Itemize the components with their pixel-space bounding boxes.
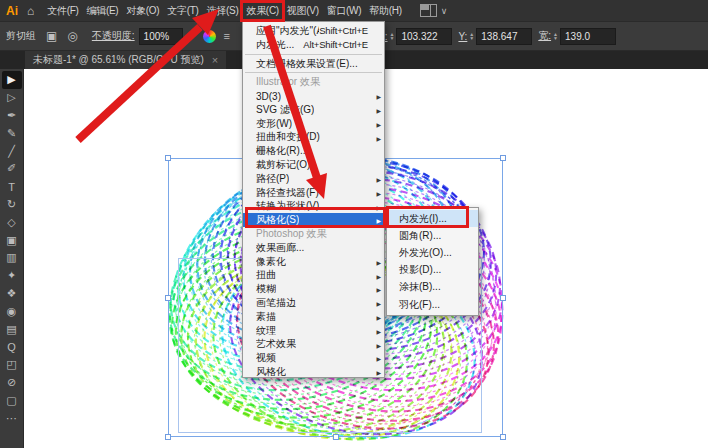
effect-menu-item-11[interactable]: 裁剪标记(O) — [243, 158, 384, 172]
fill-stroke-swatches[interactable]: ◰ — [2, 356, 22, 374]
stepper-icon[interactable]: ▲▼ — [553, 32, 558, 40]
selection-handle[interactable] — [500, 155, 506, 161]
type-tool-icon: T — [8, 181, 15, 193]
effect-menu-item-13[interactable]: 路径查找器(F)▶ — [243, 186, 384, 200]
menubar-item-8[interactable]: 帮助(H) — [366, 4, 404, 18]
effect-menu-item-8[interactable]: 变形(W)▶ — [243, 117, 384, 131]
effect-menu-item-17[interactable]: 效果画廊... — [243, 241, 384, 255]
stylize-submenu-item-5[interactable]: 羽化(F)... — [387, 296, 478, 313]
menubar-menus: 文件(F)编辑(E)对象(O)文字(T)选择(S)效果(C)视图(V)窗口(W)… — [43, 4, 405, 18]
effect-menu-item-18[interactable]: 像素化▶ — [243, 255, 384, 269]
selection-handle[interactable] — [500, 295, 506, 301]
menu-shortcut: Alt+Shift+Ctrl+E — [303, 39, 380, 50]
field-value[interactable]: 103.322 — [396, 28, 452, 45]
selection-handle[interactable] — [333, 434, 339, 440]
drawing-modes-icon: ▢ — [6, 394, 16, 407]
selection-handle[interactable] — [165, 155, 171, 161]
transform-field-0: X:▲▼103.322 — [378, 28, 452, 45]
selection-tool[interactable]: ▶ — [2, 71, 22, 89]
workspace-switcher[interactable]: ∨ — [420, 4, 448, 17]
stylize-submenu: 内发光(I)...圆角(R)...外发光(O)...投影(D)...涂抹(B).… — [386, 207, 479, 316]
stylize-submenu-item-4[interactable]: 涂抹(B)... — [387, 279, 478, 296]
menubar-item-4[interactable]: 选择(S) — [204, 4, 242, 18]
line-segment-tool[interactable]: ╱ — [2, 142, 22, 160]
menubar-item-1[interactable]: 编辑(E) — [84, 4, 122, 18]
artboard-tool[interactable]: ▤ — [2, 320, 22, 338]
submenu-arrow-icon: ▶ — [376, 204, 381, 211]
color-none-indicator-icon: ⊘ — [7, 376, 16, 389]
selection-handle[interactable] — [165, 434, 171, 440]
opacity-value[interactable]: 100% — [139, 28, 183, 45]
effect-menu-item-25[interactable]: 视频▶ — [243, 351, 384, 365]
eyedropper-tool-icon: ✦ — [7, 269, 16, 282]
effect-menu-item-6[interactable]: 3D(3)▶ — [243, 89, 384, 103]
color-none-indicator[interactable]: ⊘ — [2, 374, 22, 392]
selection-handle[interactable] — [500, 434, 506, 440]
effect-menu-item-10[interactable]: 栅格化(R)... — [243, 144, 384, 158]
pen-tool[interactable]: ✒ — [2, 107, 22, 125]
stepper-icon[interactable]: ▲▼ — [469, 32, 474, 40]
drawing-modes[interactable]: ▢ — [2, 391, 22, 409]
stylize-submenu-item-0[interactable]: 内发光(I)... — [387, 210, 478, 227]
menubar-item-7[interactable]: 窗口(W) — [324, 4, 365, 18]
effect-menu-item-21[interactable]: 画笔描边▶ — [243, 296, 384, 310]
rotate-tool[interactable]: ↻ — [2, 196, 22, 214]
scale-tool[interactable]: ◇ — [2, 213, 22, 231]
stylize-submenu-item-2[interactable]: 外发光(O)... — [387, 244, 478, 261]
panel-menu-icon[interactable]: ≡ — [224, 30, 230, 42]
paintbrush-tool[interactable]: ✐ — [2, 160, 22, 178]
direct-selection-tool[interactable]: ▷ — [2, 89, 22, 107]
symbol-sprayer-tool[interactable]: ◉ — [2, 302, 22, 320]
effect-menu-item-15[interactable]: 风格化(S)▶ — [243, 213, 384, 227]
effect-menu-item-20[interactable]: 模糊▶ — [243, 282, 384, 296]
effect-menu-item-14[interactable]: 转换为形状(V)▶ — [243, 200, 384, 214]
field-value[interactable]: 138.647 — [476, 28, 532, 45]
eyedropper-tool[interactable]: ✦ — [2, 267, 22, 285]
more-tools[interactable]: ⋯ — [2, 409, 22, 427]
menu-section-header: Photoshop 效果 — [243, 227, 384, 241]
clip-options-icon[interactable]: ▣ — [46, 29, 57, 43]
gradient-tool[interactable]: ▥ — [2, 249, 22, 267]
curvature-tool[interactable]: ✎ — [2, 124, 22, 142]
submenu-arrow-icon: ▶ — [376, 286, 381, 293]
effect-menu-item-12[interactable]: 路径(P)▶ — [243, 172, 384, 186]
blend-tool[interactable]: ❖ — [2, 285, 22, 303]
zoom-tool-icon: Q — [7, 341, 16, 353]
menubar-item-2[interactable]: 对象(O) — [123, 4, 162, 18]
menubar-item-5[interactable]: 效果(C) — [243, 4, 281, 18]
stylize-submenu-item-3[interactable]: 投影(D)... — [387, 262, 478, 279]
effect-menu-item-3[interactable]: 文档栅格效果设置(E)... — [243, 57, 384, 71]
opacity-dropdown-icon[interactable]: › — [188, 31, 191, 41]
direct-selection-tool-icon: ▷ — [7, 91, 15, 104]
effect-menu-item-7[interactable]: SVG 滤镜(G)▶ — [243, 103, 384, 117]
effect-menu-item-24[interactable]: 艺术效果▶ — [243, 338, 384, 352]
rotate-tool-icon: ↻ — [7, 198, 16, 211]
document-tab[interactable]: 未标题-1* @ 65.61% (RGB/GPU 预览) × — [25, 51, 226, 69]
menubar-item-0[interactable]: 文件(F) — [44, 4, 81, 18]
menubar-item-3[interactable]: 文字(T) — [164, 4, 201, 18]
home-icon[interactable]: ⌂ — [25, 4, 43, 18]
effect-menu-item-1[interactable]: 内发光...Alt+Shift+Ctrl+E — [243, 38, 384, 52]
effect-menu-item-9[interactable]: 扭曲和变换(D)▶ — [243, 131, 384, 145]
recolor-artwork-icon[interactable] — [203, 30, 216, 43]
effect-menu-item-0[interactable]: 应用"内发光"(A)Shift+Ctrl+E — [243, 24, 384, 38]
isolate-icon[interactable]: ◎ — [67, 29, 77, 43]
type-tool[interactable]: T — [2, 178, 22, 196]
close-icon[interactable]: × — [212, 54, 218, 66]
menu-bar: Ai ⌂ 文件(F)编辑(E)对象(O)文字(T)选择(S)效果(C)视图(V)… — [0, 0, 708, 21]
submenu-arrow-icon: ▶ — [376, 328, 381, 335]
submenu-arrow-icon: ▶ — [376, 93, 381, 100]
opacity-label[interactable]: 不透明度: — [92, 29, 135, 43]
effect-menu-item-23[interactable]: 纹理▶ — [243, 324, 384, 338]
effect-menu-item-26[interactable]: 风格化▶ — [243, 365, 384, 379]
selection-handle[interactable] — [165, 295, 171, 301]
effect-menu-item-19[interactable]: 扭曲▶ — [243, 269, 384, 283]
zoom-tool[interactable]: Q — [2, 338, 22, 356]
menu-shortcut: Shift+Ctrl+E — [319, 25, 380, 36]
stylize-submenu-item-1[interactable]: 圆角(R)... — [387, 227, 478, 244]
shape-builder-tool[interactable]: ▣ — [2, 231, 22, 249]
stepper-icon[interactable]: ▲▼ — [389, 32, 394, 40]
menubar-item-6[interactable]: 视图(V) — [284, 4, 322, 18]
effect-menu-item-22[interactable]: 素描▶ — [243, 310, 384, 324]
field-value[interactable]: 139.0 — [560, 28, 616, 45]
